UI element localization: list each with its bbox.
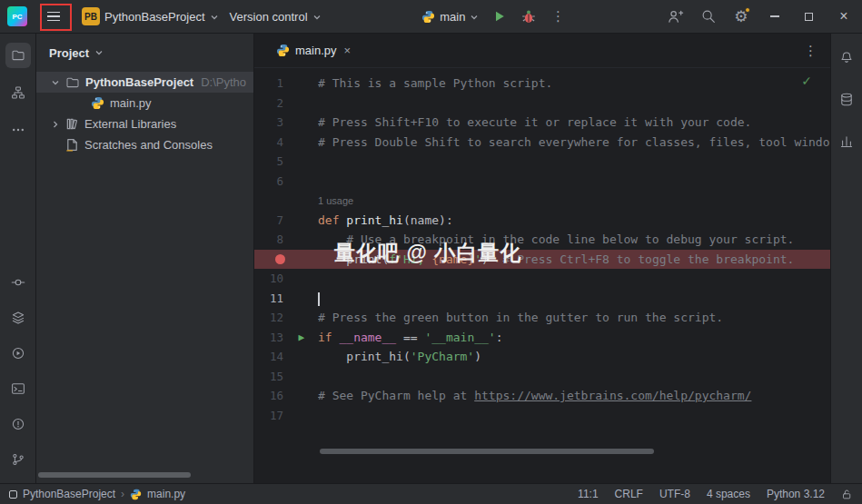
line-number[interactable]: 2 (276, 94, 283, 114)
gutter[interactable]: 1 (254, 74, 318, 94)
code-line[interactable]: 11 (254, 289, 830, 309)
gutter[interactable]: 14 (254, 347, 318, 367)
tree-item-main-py[interactable]: main.py (36, 93, 253, 114)
line-number[interactable]: 17 (270, 406, 283, 426)
editor-horizontal-scrollbar[interactable] (320, 449, 654, 454)
line-number[interactable]: 12 (270, 308, 283, 328)
chevron-down-icon[interactable] (51, 78, 65, 87)
tree-item-scratches[interactable]: Scratches and Consoles (36, 134, 253, 155)
code-line[interactable]: 10 (254, 269, 830, 289)
line-separator-widget[interactable]: CRLF (615, 488, 643, 500)
code-line[interactable]: 16# See PyCharm help at https://www.jetb… (254, 386, 830, 406)
line-number[interactable]: 14 (270, 347, 283, 367)
close-tab-icon[interactable]: × (344, 44, 352, 57)
gutter[interactable]: 17 (254, 406, 318, 426)
code-line[interactable]: 2 (254, 94, 830, 114)
tool-window-terminal-button[interactable] (5, 376, 31, 401)
lock-icon[interactable] (841, 489, 853, 500)
code-line[interactable]: 4# Press Double Shift to search everywhe… (254, 133, 830, 153)
line-number[interactable]: 8 (276, 230, 283, 250)
tool-window-version-control-button[interactable] (5, 447, 31, 472)
tool-window-problems-button[interactable] (5, 411, 31, 437)
project-panel-scrollbar[interactable] (38, 472, 191, 478)
gutter[interactable]: 5 (254, 152, 318, 172)
gutter[interactable]: 2 (254, 94, 318, 114)
vcs-selector[interactable]: Version control (224, 3, 327, 30)
notifications-button[interactable] (834, 44, 859, 70)
editor[interactable]: 1# This is a sample Python script.23# Pr… (254, 68, 830, 483)
tab-main-py[interactable]: main.py × (267, 34, 360, 67)
gutter[interactable]: 12 (254, 308, 318, 328)
breadcrumb-file[interactable]: main.py (147, 488, 185, 500)
main-menu-button[interactable] (38, 3, 69, 30)
maximize-button[interactable] (795, 3, 824, 30)
usage-hint[interactable]: 1 usage (318, 195, 353, 206)
pycharm-logo-icon[interactable]: PC (7, 6, 27, 26)
line-number[interactable]: 1 (276, 74, 283, 94)
breadcrumb-project[interactable]: PythonBaseProject (23, 488, 115, 500)
editor-options-kebab-icon[interactable]: ⋮ (804, 43, 817, 59)
project-panel-header[interactable]: Project (36, 34, 253, 72)
tool-window-database-button[interactable] (834, 86, 859, 112)
code-with-me-button[interactable] (661, 3, 689, 30)
search-everywhere-button[interactable] (695, 3, 722, 30)
line-number[interactable]: 5 (276, 152, 283, 172)
run-config-selector[interactable]: main (416, 3, 484, 30)
breakpoint-icon[interactable] (275, 254, 285, 264)
close-button[interactable]: × (829, 3, 858, 30)
gutter[interactable]: 13▶ (254, 328, 318, 348)
code-line[interactable]: 7def print_hi(name): (254, 211, 830, 231)
run-button[interactable] (486, 3, 513, 30)
line-number[interactable]: 16 (270, 386, 283, 406)
gutter[interactable]: 6 (254, 172, 318, 192)
tool-window-commit-button[interactable] (5, 270, 31, 295)
tool-window-structure-button[interactable] (5, 80, 31, 105)
code-line[interactable]: 12# Press the green button in the gutter… (254, 308, 830, 328)
code-line[interactable]: 13▶if __name__ == '__main__': (254, 328, 830, 348)
tool-window-python-packages-button[interactable] (5, 305, 31, 331)
debug-button[interactable] (515, 3, 542, 30)
settings-button[interactable]: ⚙ (728, 3, 755, 30)
line-number[interactable]: 6 (276, 172, 283, 192)
tool-window-services-button[interactable] (5, 341, 31, 366)
inspections-ok-icon[interactable]: ✓ (801, 74, 812, 88)
line-number[interactable]: 10 (270, 269, 283, 289)
code-line[interactable]: 3# Press Shift+F10 to execute it or repl… (254, 113, 830, 133)
interpreter-widget[interactable]: Python 3.12 (767, 488, 825, 500)
chevron-right-icon[interactable] (51, 120, 65, 129)
gutter[interactable]: 11 (254, 289, 318, 309)
code-line[interactable]: 15 (254, 367, 830, 387)
line-number[interactable]: 7 (276, 211, 283, 231)
gutter[interactable]: 16 (254, 386, 318, 406)
more-tool-windows-button[interactable] (5, 117, 31, 143)
gutter[interactable]: 4 (254, 133, 318, 153)
gutter[interactable] (254, 191, 318, 211)
gutter[interactable]: 7 (254, 211, 318, 231)
more-run-options-button[interactable]: ⋮ (544, 3, 571, 30)
tool-window-project-button[interactable] (5, 43, 31, 68)
encoding-widget[interactable]: UTF-8 (659, 488, 690, 500)
minimize-button[interactable] (760, 3, 789, 30)
indent-widget[interactable]: 4 spaces (707, 488, 750, 500)
run-line-icon[interactable]: ▶ (298, 328, 304, 348)
line-number[interactable]: 15 (270, 367, 283, 387)
code-line[interactable]: 5 (254, 152, 830, 172)
code-line[interactable]: 14 print_hi('PyCharm') (254, 347, 830, 367)
code-line[interactable]: 1# This is a sample Python script. (254, 74, 830, 94)
gutter[interactable]: 8 (254, 230, 318, 250)
code-line[interactable]: 6 (254, 172, 830, 192)
line-number[interactable]: 11 (270, 289, 283, 309)
code-line[interactable]: 1 usage (254, 191, 830, 211)
caret-position-widget[interactable]: 11:1 (578, 488, 598, 500)
gutter[interactable]: 10 (254, 269, 318, 289)
project-selector[interactable]: PB PythonBaseProject (76, 3, 224, 30)
tool-window-charts-button[interactable] (834, 128, 859, 153)
line-number[interactable]: 3 (276, 113, 283, 133)
gutter[interactable] (254, 250, 318, 270)
line-number[interactable]: 4 (276, 133, 283, 153)
code-line[interactable]: 17 (254, 406, 830, 426)
tree-item-external-libraries[interactable]: External Libraries (36, 114, 253, 134)
line-number[interactable]: 13 (270, 328, 283, 348)
gutter[interactable]: 15 (254, 367, 318, 387)
tree-item-project-root[interactable]: PythonBaseProject D:\Pytho (36, 72, 253, 93)
